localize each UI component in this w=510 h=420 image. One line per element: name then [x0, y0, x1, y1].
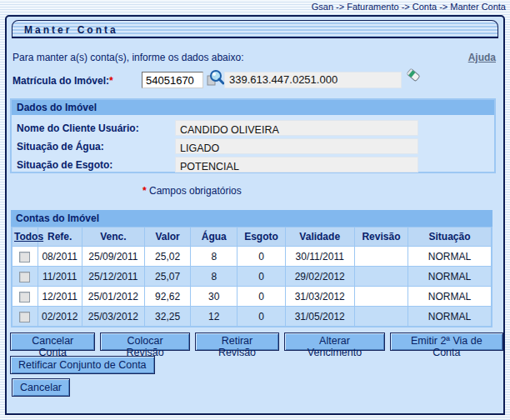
clear-button[interactable]: [404, 66, 422, 84]
col-esgoto: Esgoto: [238, 228, 285, 247]
situacao-esgoto-label: Situação de Esgoto:: [17, 157, 112, 173]
dados-imovel-section: Dados do Imóvel Nome do Cliente Usuário:…: [10, 98, 496, 173]
window-titlebar: Manter Conta: [12, 20, 498, 38]
nome-cliente-value: CANDIDO OLIVEIRA: [175, 120, 418, 136]
matricula-input[interactable]: [142, 72, 203, 88]
contas-imovel-section: Contas do Imóvel Todos Refe. Venc. Valor…: [11, 210, 492, 328]
row-checkbox[interactable]: [19, 272, 30, 282]
dados-imovel-header: Dados do Imóvel: [12, 100, 494, 115]
col-agua: Água: [191, 228, 238, 247]
nome-cliente-label: Nome do Cliente Usuário:: [17, 120, 139, 137]
col-venc: Venc.: [82, 228, 144, 247]
col-valor: Valor: [145, 228, 191, 247]
col-validade: Validade: [285, 228, 354, 247]
cancel-button-row: Cancelar: [12, 378, 70, 397]
select-all-link[interactable]: Todos: [14, 231, 43, 242]
row-checkbox[interactable]: [19, 312, 30, 322]
colocar-revisao-button[interactable]: Colocar Revisão: [100, 332, 189, 351]
col-refe: Refe.: [38, 228, 82, 247]
secondary-buttons-row: Retificar Conjunto de Conta: [10, 356, 155, 374]
contas-imovel-header: Contas do Imóvel: [11, 210, 492, 227]
search-button[interactable]: [206, 69, 224, 88]
row-checkbox[interactable]: [19, 252, 30, 262]
page-title: Manter Conta: [12, 24, 118, 36]
col-revisao: Revisão: [354, 228, 408, 247]
matricula-label: Matrícula do Imóvel:*: [12, 75, 113, 87]
instruction-text: Para manter a(s) conta(s), informe os da…: [12, 52, 243, 63]
table-row: 11/2011 25/12/2011 25,07 8 0 29/02/2012 …: [12, 267, 492, 287]
table-header-row: Todos Refe. Venc. Valor Água Esgoto Vali…: [12, 228, 492, 247]
table-row: 08/2011 25/09/2011 25,02 8 0 30/11/2011 …: [12, 247, 492, 267]
required-fields-note: * Campos obrigatórios: [142, 185, 242, 197]
cancelar-conta-button[interactable]: Cancelar Conta: [10, 332, 95, 351]
action-buttons-row: Cancelar Conta Colocar Revisão Retirar R…: [10, 332, 503, 351]
col-situacao: Situação: [408, 228, 492, 247]
situacao-agua-value: LIGADO: [175, 138, 418, 154]
manter-conta-panel: Manter Conta Para manter a(s) conta(s), …: [5, 15, 505, 415]
row-checkbox[interactable]: [19, 292, 30, 302]
table-row: 02/2012 25/03/2012 32,25 12 0 31/05/2012…: [12, 307, 492, 328]
emitir-2via-button[interactable]: Emitir 2ª Via de Conta: [390, 332, 503, 351]
help-link[interactable]: Ajuda: [468, 52, 496, 63]
cancelar-button[interactable]: Cancelar: [12, 378, 70, 397]
alterar-vencimento-button[interactable]: Alterar Vencimento: [284, 332, 384, 351]
contas-table: Todos Refe. Venc. Valor Água Esgoto Vali…: [11, 227, 492, 328]
retificar-conjunto-button[interactable]: Retificar Conjunto de Conta: [10, 356, 155, 374]
breadcrumb[interactable]: Gsan -> Faturamento -> Conta -> Manter C…: [312, 2, 506, 12]
situacao-agua-label: Situação de Água:: [17, 138, 104, 155]
required-asterisk: *: [109, 75, 113, 87]
magnifier-icon: [206, 69, 224, 88]
inscricao-field: 339.613.447.0251.000: [224, 72, 402, 88]
table-row: 12/2011 25/01/2012 92,62 30 0 31/03/2012…: [12, 287, 492, 307]
eraser-icon: [404, 66, 422, 84]
situacao-esgoto-value: POTENCIAL: [175, 157, 418, 172]
retirar-revisao-button[interactable]: Retirar Revisão: [195, 332, 280, 351]
